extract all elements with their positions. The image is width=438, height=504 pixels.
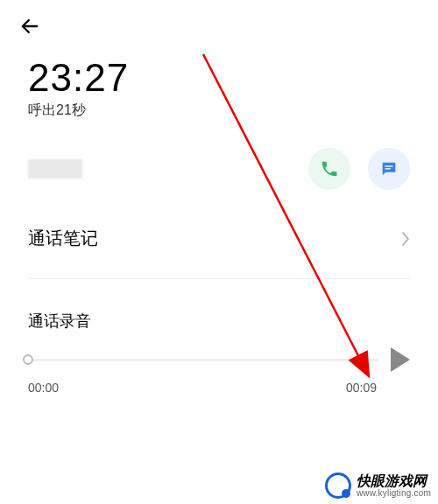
call-time-section: 23:27 呼出21秒	[0, 46, 438, 123]
back-button[interactable]	[18, 14, 42, 38]
chevron-right-icon	[401, 231, 410, 247]
watermark-url: www.kyligting.com	[357, 488, 431, 498]
playback-total-time: 00:09	[346, 381, 377, 395]
playback-current-time: 00:00	[28, 381, 59, 395]
call-time: 23:27	[28, 56, 410, 100]
call-duration: 呼出21秒	[28, 102, 410, 120]
svg-rect-0	[385, 165, 392, 166]
svg-rect-1	[385, 168, 390, 169]
watermark: 快眼游戏网 www.kyligting.com	[325, 472, 431, 499]
message-icon	[379, 159, 399, 178]
phone-icon	[320, 159, 339, 178]
recording-section: 通话录音 00:00 00:09	[0, 279, 438, 409]
watermark-title: 快眼游戏网	[357, 473, 431, 489]
contact-row	[0, 123, 438, 206]
slider-thumb[interactable]	[23, 354, 33, 365]
recording-label: 通话录音	[28, 311, 410, 332]
back-arrow-icon	[18, 14, 42, 38]
play-button[interactable]	[391, 347, 410, 372]
watermark-logo-icon	[325, 472, 351, 499]
contact-name-redacted	[28, 159, 82, 178]
message-button[interactable]	[368, 148, 410, 190]
call-notes-label: 通话笔记	[28, 227, 98, 250]
playback-slider[interactable]	[28, 359, 378, 361]
call-button[interactable]	[308, 148, 350, 190]
call-notes-row[interactable]: 通话笔记	[0, 206, 438, 270]
